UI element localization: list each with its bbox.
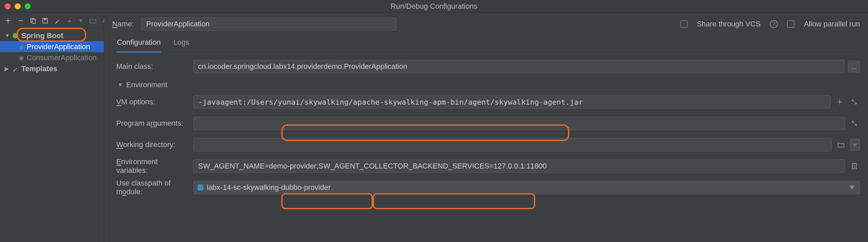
move-down-icon[interactable]	[78, 17, 84, 25]
tabs: Configuration Logs	[112, 34, 860, 53]
classpath-value: labx-14-sc-skywalking-dubbo-provider	[207, 183, 331, 192]
working-dir-dropdown[interactable]	[850, 139, 860, 151]
env-vars-input[interactable]: SW_AGENT_NAME=demo-provider;SW_AGENT_COL…	[193, 159, 845, 173]
classpath-row: Use classpath of module: labx-14-sc-skyw…	[116, 177, 860, 198]
save-config-icon[interactable]	[42, 17, 48, 25]
tree-leaf-provider[interactable]: ◉ ProviderApplication	[0, 41, 104, 52]
tree-node-templates[interactable]: ▶ Templates	[0, 63, 104, 74]
env-vars-label: Environment variables:	[116, 157, 186, 175]
tree-leaf-consumer[interactable]: ◉ ConsumerApplication	[0, 52, 104, 63]
share-vcs-checkbox[interactable]	[680, 20, 688, 28]
window-controls	[0, 3, 31, 9]
remove-config-icon[interactable]	[18, 17, 24, 25]
vm-options-input[interactable]: -javaagent:/Users/yunai/skywalking/apach…	[193, 95, 831, 109]
chevron-down-icon: ▼	[848, 183, 856, 192]
program-args-input[interactable]	[193, 117, 845, 130]
vm-options-row: VM options: -javaagent:/Users/yunai/skyw…	[116, 91, 860, 113]
run-config-icon: ◉	[19, 54, 24, 61]
svg-rect-1	[32, 20, 35, 23]
tab-configuration[interactable]: Configuration	[116, 34, 161, 53]
expand-vm-options-icon[interactable]	[848, 96, 860, 108]
folder-icon[interactable]	[90, 17, 96, 25]
main-class-input[interactable]: cn.iocoder.springcloud.labx14.providerde…	[193, 60, 845, 73]
chevron-down-icon: ▼	[118, 82, 123, 88]
program-args-row: Program arguments:	[116, 113, 860, 134]
env-vars-row: Environment variables: SW_AGENT_NAME=dem…	[116, 155, 860, 177]
name-row: Name: ProviderApplication Share through …	[112, 13, 860, 32]
maximize-window-icon[interactable]	[25, 3, 31, 9]
working-dir-label: Working directory:	[116, 141, 186, 149]
window-title: Run/Debug Configurations	[391, 2, 477, 11]
tree-leaf-label: ProviderApplication	[27, 42, 90, 51]
working-dir-row: Working directory:	[116, 134, 860, 155]
copy-config-icon[interactable]	[30, 17, 36, 25]
name-input[interactable]: ProviderApplication	[141, 18, 397, 31]
expand-args-icon[interactable]	[848, 118, 860, 129]
titlebar: Run/Debug Configurations	[0, 0, 868, 13]
add-vm-option-icon[interactable]	[834, 96, 845, 108]
module-icon	[197, 184, 204, 190]
environment-section-label: Environment	[126, 81, 168, 89]
help-icon[interactable]: ?	[770, 20, 778, 28]
tree-node-spring-boot[interactable]: ▼ Spring Boot	[0, 30, 104, 41]
chevron-down-icon: ▼	[5, 33, 9, 39]
tab-logs[interactable]: Logs	[173, 34, 190, 52]
config-tree: ▼ Spring Boot ◉ ProviderApplication ◉ Co…	[0, 29, 104, 74]
share-vcs-label: Share through VCS	[697, 20, 761, 28]
parallel-run-checkbox[interactable]	[787, 20, 795, 28]
name-label: Name:	[112, 20, 134, 28]
classpath-label: Use classpath of module:	[116, 179, 186, 196]
vm-options-label: VM options:	[116, 98, 186, 106]
wrench-icon[interactable]	[54, 17, 61, 25]
add-config-icon[interactable]	[5, 17, 11, 25]
minimize-window-icon[interactable]	[15, 3, 21, 9]
main-class-row: Main class: cn.iocoder.springcloud.labx1…	[116, 56, 860, 77]
sidebar-toolbar	[0, 13, 104, 29]
working-dir-input[interactable]	[193, 138, 832, 151]
browse-folder-icon[interactable]	[835, 139, 847, 150]
run-config-icon: ◉	[19, 43, 24, 51]
tree-node-label: Spring Boot	[21, 31, 63, 40]
tree-node-label: Templates	[21, 64, 57, 73]
classpath-combo[interactable]: labx-14-sc-skywalking-dubbo-provider ▼	[193, 181, 860, 194]
svg-point-4	[13, 33, 18, 38]
content-pane: Name: ProviderApplication Share through …	[104, 13, 868, 242]
main-class-label: Main class:	[116, 62, 186, 71]
sidebar: ▼ Spring Boot ◉ ProviderApplication ◉ Co…	[0, 13, 104, 242]
close-window-icon[interactable]	[5, 3, 11, 9]
templates-icon	[12, 65, 19, 72]
svg-rect-3	[44, 19, 46, 20]
tree-leaf-label: ConsumerApplication	[27, 54, 97, 62]
browse-main-class-button[interactable]: ...	[848, 61, 860, 72]
spring-boot-icon	[12, 32, 19, 39]
environment-section-header[interactable]: ▼ Environment	[116, 77, 860, 91]
chevron-right-icon: ▶	[5, 65, 9, 72]
edit-env-vars-icon[interactable]	[848, 160, 860, 172]
parallel-run-label: Allow parallel run	[804, 20, 860, 28]
move-up-icon[interactable]	[67, 17, 72, 25]
config-form: Main class: cn.iocoder.springcloud.labx1…	[112, 53, 860, 198]
program-args-label: Program arguments:	[116, 119, 186, 128]
